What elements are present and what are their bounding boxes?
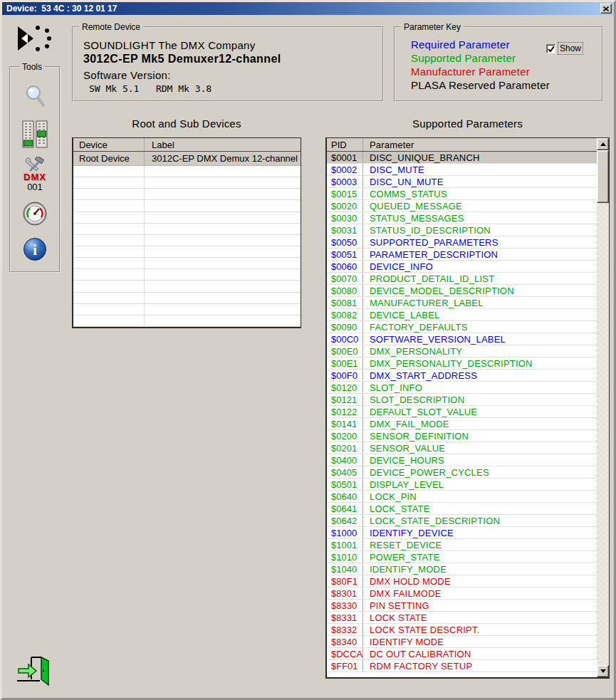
parameters-column-parameter[interactable]: Parameter — [363, 140, 414, 150]
device-empty-row[interactable] — [73, 304, 301, 315]
device-empty-row[interactable] — [73, 258, 301, 269]
scroll-up-button[interactable] — [597, 138, 609, 150]
parameter-pid-cell: $0030 — [327, 212, 363, 224]
window-title: Device: 53 4C : 30 12 01 17 — [2, 4, 117, 14]
parameter-pid-cell: $0641 — [327, 503, 363, 514]
device-empty-row[interactable] — [73, 281, 301, 292]
parameter-row[interactable]: $0080 DEVICE_MODEL_DESCRIPTION — [327, 285, 597, 297]
parameter-row[interactable]: $0141 DMX_FAIL_MODE — [327, 418, 597, 430]
exit-icon — [16, 656, 50, 687]
device-row-root[interactable]: Root Device 3012C-EP DMX Demux 12-channe… — [73, 152, 301, 166]
parameter-row[interactable]: $0002 DISC_MUTE — [327, 164, 597, 176]
gauge-tool-button[interactable] — [11, 202, 59, 226]
parameter-pid-cell: $0501 — [327, 479, 363, 490]
parameter-row[interactable]: $0121 SLOT_DESCRIPTION — [327, 394, 597, 406]
parameter-row[interactable]: $0015 COMMS_STATUS — [327, 188, 597, 200]
device-empty-row[interactable] — [73, 224, 301, 235]
parameter-name-cell: RESET_DEVICE — [363, 540, 442, 550]
remote-device-group-label: Remote Device — [79, 22, 143, 32]
parameter-row[interactable]: $0051 PARAMETER_DESCRIPTION — [327, 249, 597, 261]
devices-column-label[interactable]: Label — [145, 140, 174, 150]
parameter-row[interactable]: $0640 LOCK_PIN — [327, 491, 597, 503]
parameter-row[interactable]: $0501 DISPLAY_LEVEL — [327, 479, 597, 491]
parameter-row[interactable]: $0200 SENSOR_DEFINITION — [327, 430, 597, 442]
parameter-row[interactable]: $0405 DEVICE_POWER_CYCLES — [327, 466, 597, 479]
parameter-pid-cell: $0120 — [327, 382, 363, 393]
show-checkbox[interactable] — [546, 44, 555, 53]
parameter-pid-cell: $0003 — [327, 176, 363, 187]
parameter-row[interactable]: $0642 LOCK_STATE_DESCRIPTION — [327, 515, 597, 527]
parameter-row[interactable]: $1040 IDENTIFY_MODE — [327, 563, 597, 575]
device-window: Device: 53 4C : 30 12 01 17 Tools — [0, 0, 616, 700]
software-version-label: Software Version: — [83, 69, 171, 81]
device-empty-row[interactable] — [73, 200, 301, 211]
parameter-row[interactable]: $00C0 SOFTWARE_VERSION_LABEL — [327, 333, 597, 345]
device-empty-row[interactable] — [73, 315, 301, 327]
parameter-row[interactable]: $8332 LOCK STATE DESCRIPT. — [327, 624, 597, 636]
parameter-name-cell: PRODUCT_DETAIL_ID_LIST — [363, 273, 494, 284]
parameters-column-pid[interactable]: PID — [327, 138, 363, 151]
parameter-row[interactable]: $00E1 DMX_PERSONALITY_DESCRIPTION — [327, 357, 597, 370]
device-empty-row[interactable] — [73, 166, 301, 177]
device-empty-row[interactable] — [73, 246, 301, 258]
svg-text:i: i — [33, 242, 37, 258]
parameter-row[interactable]: $8330 PIN SETTING — [327, 600, 597, 612]
parameter-pid-cell: $00C0 — [327, 333, 363, 345]
titlebar[interactable]: Device: 53 4C : 30 12 01 17 — [2, 2, 614, 15]
close-button[interactable] — [600, 4, 612, 14]
parameter-row[interactable]: $1001 RESET_DEVICE — [327, 539, 597, 551]
device-empty-row[interactable] — [73, 189, 301, 200]
parameter-row[interactable]: $0050 SUPPORTED_PARAMETERS — [327, 236, 597, 249]
parameter-row[interactable]: $8301 DMX FAILMODE — [327, 587, 597, 600]
parameter-row[interactable]: $0060 DEVICE_INFO — [327, 261, 597, 273]
parameter-name-cell: DMX_FAIL_MODE — [363, 419, 449, 429]
parameter-row[interactable]: $0400 DEVICE_HOURS — [327, 454, 597, 466]
parameter-row[interactable]: $1000 IDENTIFY_DEVICE — [327, 527, 597, 539]
parameter-name-cell: STATUS_MESSAGES — [363, 213, 464, 224]
parameter-pid-cell: $8340 — [327, 636, 363, 647]
devices-column-device[interactable]: Device — [73, 138, 145, 151]
exit-button[interactable] — [16, 656, 50, 690]
parameter-name-cell: IDENTIFY_MODE — [363, 564, 447, 575]
device-empty-row[interactable] — [73, 293, 301, 304]
parameter-row[interactable]: $0001 DISC_UNIQUE_BRANCH — [327, 152, 597, 164]
parameter-row[interactable]: $0003 DISC_UN_MUTE — [327, 176, 597, 188]
parameter-pid-cell: $0122 — [327, 406, 363, 417]
parameter-name-cell: QUEUED_MESSAGE — [363, 201, 462, 211]
parameter-row[interactable]: $0081 MANUFACTURER_LABEL — [327, 297, 597, 309]
parameter-row[interactable]: $0090 FACTORY_DEFAULTS — [327, 321, 597, 333]
parameter-row[interactable]: $0082 DEVICE_LABEL — [327, 309, 597, 321]
device-empty-row[interactable] — [73, 269, 301, 281]
info-tool-button[interactable]: i — [11, 237, 59, 261]
parameter-row[interactable]: $DCCA DC OUT CALIBRATION — [327, 648, 597, 660]
parameter-row[interactable]: $0070 PRODUCT_DETAIL_ID_LIST — [327, 273, 597, 285]
parameter-row[interactable]: $0020 QUEUED_MESSAGE — [327, 200, 597, 212]
parameter-name-cell: SLOT_DESCRIPTION — [363, 395, 464, 405]
parameter-row[interactable]: $8331 LOCK STATE — [327, 612, 597, 624]
parameter-name-cell: DISC_UNIQUE_BRANCH — [363, 152, 480, 163]
parameter-row[interactable]: $00E0 DMX_PERSONALITY — [327, 345, 597, 357]
dmx-setup-tool-button[interactable]: DMX 001 — [11, 157, 59, 192]
parameter-row[interactable]: $1010 POWER_STATE — [327, 551, 597, 563]
parameter-name-cell: IDENTIFY MODE — [363, 637, 444, 647]
device-empty-row[interactable] — [73, 212, 301, 224]
parameter-row[interactable]: $0201 SENSOR_VALUE — [327, 442, 597, 454]
parameter-row[interactable]: $80F1 DMX HOLD MODE — [327, 575, 597, 587]
search-tool-button[interactable] — [11, 84, 59, 110]
parameter-row[interactable]: $00F0 DMX_START_ADDRESS — [327, 370, 597, 382]
faders-tool-button[interactable] — [11, 120, 59, 149]
scroll-down-button[interactable] — [597, 665, 609, 677]
parameter-row[interactable]: $0122 DEFAULT_SLOT_VALUE — [327, 406, 597, 418]
parameter-row[interactable]: $0641 LOCK_STATE — [327, 503, 597, 515]
parameter-row[interactable]: $0031 STATUS_ID_DESCRIPTION — [327, 224, 597, 236]
parameters-scrollbar[interactable] — [597, 138, 609, 677]
parameter-row[interactable]: $FF01 RDM FACTORY SETUP — [327, 660, 597, 672]
device-empty-row[interactable] — [73, 235, 301, 246]
scrollbar-thumb[interactable] — [597, 150, 609, 203]
show-checkbox-label[interactable]: Show — [558, 43, 583, 54]
device-empty-row[interactable] — [73, 177, 301, 189]
parameter-row[interactable]: $0030 STATUS_MESSAGES — [327, 212, 597, 224]
parameter-key-entry: PLASA Reserved Parameter — [411, 78, 550, 92]
parameter-row[interactable]: $8340 IDENTIFY MODE — [327, 636, 597, 648]
parameter-row[interactable]: $0120 SLOT_INFO — [327, 382, 597, 394]
